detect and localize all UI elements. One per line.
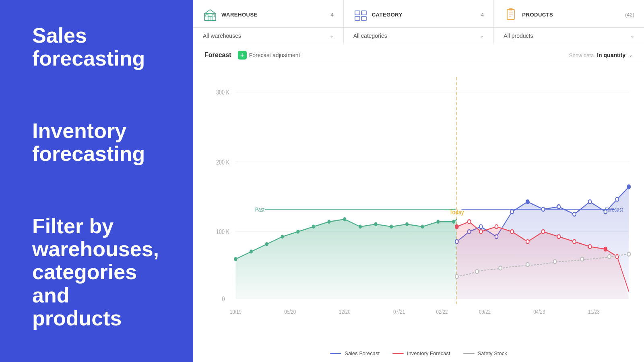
svg-rect-5	[355, 11, 360, 15]
blue-dot-8	[573, 212, 576, 216]
green-dot-8	[343, 217, 346, 221]
gray-dot-7	[627, 252, 630, 256]
x-label-1123: 11/23	[588, 309, 600, 315]
svg-rect-6	[361, 11, 366, 15]
category-chevron-icon: ⌄	[480, 33, 484, 39]
gray-dot-0	[455, 275, 458, 279]
x-label-1220: 12/20	[339, 309, 351, 315]
red-dot-2	[479, 230, 483, 234]
category-icon	[353, 7, 368, 22]
red-dot-4	[510, 230, 514, 234]
forecast-label: Forecast	[204, 51, 231, 59]
green-dot-10	[374, 222, 378, 226]
show-data-chevron-icon[interactable]: ⌄	[629, 52, 633, 58]
warehouse-filter-count: 4	[330, 12, 333, 18]
green-dot-15	[452, 220, 455, 224]
legend-safety-stock-line	[463, 353, 475, 354]
green-area	[235, 219, 456, 299]
products-filter-count: (42)	[625, 12, 634, 18]
gray-dot-5	[580, 257, 584, 261]
svg-rect-7	[355, 16, 360, 21]
products-icon	[504, 7, 518, 22]
chart-legend: Sales Forecast Inventory Forecast Safety…	[193, 346, 644, 362]
legend-inventory-forecast: Inventory Forecast	[392, 350, 450, 356]
svg-rect-8	[361, 16, 366, 21]
products-select-text: All products	[504, 33, 533, 39]
show-data-label: Show data	[569, 52, 594, 58]
red-dot-7	[557, 234, 560, 239]
sidebar-section-inventory: Inventory forecasting	[32, 119, 161, 173]
x-label-0222: 02/22	[436, 309, 448, 315]
green-dot-13	[421, 225, 424, 229]
red-dot-9	[588, 245, 592, 249]
forecast-adjustment-label: Forecast adjustment	[249, 52, 300, 58]
blue-dot-11	[615, 197, 619, 201]
warehouse-select-text: All warehouses	[203, 33, 241, 39]
green-dot-12	[405, 222, 409, 226]
warehouse-filter-title: WAREHOUSE	[221, 12, 258, 18]
legend-safety-stock-label: Safety Stock	[478, 350, 507, 356]
show-data-section: Show data In quantity ⌄	[569, 52, 633, 58]
svg-rect-9	[507, 9, 514, 20]
x-label-0922: 09/22	[479, 309, 491, 315]
blue-dot-7	[557, 205, 560, 209]
red-dot-8	[573, 240, 576, 244]
svg-rect-3	[206, 14, 208, 17]
legend-inventory-forecast-label: Inventory Forecast	[407, 350, 450, 356]
x-label-0520: 05/20	[284, 309, 296, 315]
products-chevron-icon: ⌄	[630, 33, 634, 39]
gray-dot-3	[526, 263, 529, 267]
red-dot-1	[468, 220, 471, 224]
warehouse-select[interactable]: All warehouses ⌄	[203, 28, 334, 44]
products-select[interactable]: All products ⌄	[504, 28, 634, 44]
blue-dot-10	[604, 210, 607, 214]
main-content: WAREHOUSE 4 All warehouses ⌄	[193, 0, 644, 362]
gray-dot-4	[553, 259, 557, 263]
filter-bar: WAREHOUSE 4 All warehouses ⌄	[193, 0, 644, 44]
category-filter-count: 4	[481, 12, 484, 18]
category-select[interactable]: All categories ⌄	[353, 28, 484, 44]
y-label-300k: 300 K	[216, 89, 229, 96]
forecast-adjustment-button[interactable]: + Forecast adjustment	[238, 51, 300, 60]
green-dot-2	[250, 250, 253, 254]
products-filter: PRODUCTS (42) All products ⌄	[494, 0, 644, 44]
gray-dot-2	[499, 266, 502, 270]
green-dot-4	[281, 234, 284, 239]
legend-inventory-forecast-line	[392, 353, 404, 354]
y-label-200k: 200 K	[216, 158, 229, 166]
blue-dot-9	[588, 200, 592, 204]
gray-dot-6	[608, 255, 611, 259]
warehouse-filter: WAREHOUSE 4 All warehouses ⌄	[193, 0, 344, 44]
green-dot-9	[359, 225, 362, 229]
sales-forecasting-title: Sales forecasting	[32, 24, 161, 70]
green-dot-5	[296, 230, 299, 234]
red-dot-6	[542, 230, 545, 234]
forecast-chart: 300 K 200 K 100 K 0 10/19 05/20 12/20 07…	[204, 67, 633, 346]
x-label-1019: 10/19	[230, 309, 242, 315]
legend-sales-forecast-label: Sales Forecast	[345, 350, 380, 356]
green-dot-6	[312, 225, 315, 229]
green-dot-7	[328, 220, 331, 224]
green-dot-11	[390, 225, 393, 229]
blue-dot-6	[542, 207, 545, 211]
green-dot-1	[234, 257, 237, 261]
legend-sales-forecast-line	[330, 353, 341, 354]
red-dot-5	[526, 240, 529, 244]
legend-sales-forecast: Sales Forecast	[330, 350, 380, 356]
warehouse-chevron-icon: ⌄	[330, 33, 334, 39]
green-dot-14	[436, 220, 440, 224]
past-label: Past	[255, 206, 264, 213]
legend-safety-stock: Safety Stock	[463, 350, 507, 356]
sidebar-section-filter: Filter by warehouses, categories and pro…	[32, 215, 161, 338]
x-label-0721: 07/21	[393, 309, 405, 315]
sidebar: Sales forecasting Inventory forecasting …	[0, 0, 193, 362]
category-filter: CATEGORY 4 All categories ⌄	[344, 0, 494, 44]
y-label-100k: 100 K	[216, 228, 229, 236]
sidebar-section-sales: Sales forecasting	[32, 24, 161, 78]
blue-dot-4	[510, 210, 514, 214]
show-data-value: In quantity	[597, 52, 625, 58]
red-dot-0	[455, 224, 459, 229]
red-dot-3	[495, 225, 498, 229]
green-dot-3	[265, 242, 268, 246]
blue-dot-12	[627, 184, 631, 189]
